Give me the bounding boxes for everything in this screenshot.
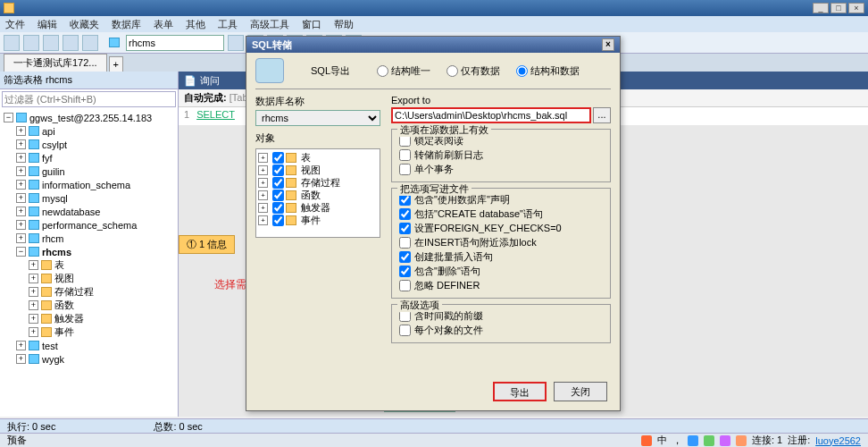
db-tree[interactable]: −ggws_test@223.255.14.183 +api+csylpt+fy… [0,109,178,417]
tree-sub[interactable]: 视图 [54,272,74,285]
tree-db[interactable]: test [42,341,58,351]
obj-label[interactable]: 表 [301,151,311,164]
expander-icon[interactable]: + [29,260,38,270]
expander-icon[interactable]: + [258,165,268,175]
tree-db[interactable]: guilin [42,166,65,177]
expander-icon[interactable]: + [16,153,26,163]
opt-check[interactable] [399,223,411,234]
db-select[interactable]: rhcms [255,110,380,126]
menu-fav[interactable]: 收藏夹 [70,18,99,31]
opt-check[interactable] [399,237,411,249]
tree-db[interactable]: mysql [42,193,68,204]
expander-icon[interactable]: + [258,178,268,188]
tree-sub[interactable]: 事件 [54,325,74,339]
tree-db[interactable]: api [42,126,55,137]
expander-icon[interactable]: + [16,193,26,203]
tree-root[interactable]: ggws_test@223.255.14.183 [29,113,152,123]
tool-run-icon[interactable] [63,35,79,51]
export-path-input[interactable] [391,107,591,123]
opt-check[interactable] [399,325,411,336]
expander-icon[interactable]: + [16,166,26,176]
expander-icon[interactable]: + [16,139,26,149]
expander-icon[interactable]: + [258,153,268,163]
menu-tools[interactable]: 工具 [218,18,238,31]
tree-sub[interactable]: 函数 [54,299,74,312]
expander-icon[interactable]: + [16,126,26,136]
obj-check[interactable] [272,215,284,226]
expander-icon[interactable]: + [258,215,268,225]
tree-db-current[interactable]: rhcms [42,247,71,257]
tree-sub[interactable]: 表 [54,258,64,272]
menu-window[interactable]: 窗口 [302,18,321,31]
obj-label[interactable]: 触发器 [301,201,330,215]
expander-icon[interactable]: + [16,341,26,350]
tab-add[interactable]: + [109,56,123,72]
opt-check[interactable] [399,266,411,277]
obj-check[interactable] [272,202,284,214]
obj-check[interactable] [272,164,284,176]
expander-icon[interactable]: + [29,300,38,310]
address-input[interactable] [126,35,224,51]
expander-icon[interactable]: + [16,354,26,364]
expander-icon[interactable]: + [16,207,26,216]
obj-check[interactable] [272,177,284,189]
expander-icon[interactable]: + [29,314,38,324]
expander-icon[interactable]: + [29,274,38,283]
tool-open-icon[interactable] [23,35,39,51]
tree-sub[interactable]: 触发器 [54,312,84,325]
expander-icon[interactable]: + [16,180,26,190]
menu-edit[interactable]: 编辑 [38,18,57,31]
opt-check[interactable] [399,149,411,161]
expander-icon[interactable]: + [16,220,26,230]
tree-db[interactable]: wygk [42,354,64,365]
obj-label[interactable]: 函数 [301,189,321,202]
menu-form[interactable]: 表单 [154,18,173,31]
opt-check[interactable] [399,251,411,263]
expander-icon[interactable]: + [258,203,268,213]
opt-check[interactable] [399,164,411,175]
expander-icon[interactable]: + [258,190,268,200]
status-user[interactable]: luoye2562 [815,435,861,446]
tool-refresh-icon[interactable] [82,35,98,51]
browse-button[interactable]: ... [593,107,611,123]
obj-label[interactable]: 视图 [301,164,321,177]
radio-struct-only[interactable]: 结构唯一 [377,64,430,78]
export-button[interactable]: 导出 [493,382,547,401]
menu-file[interactable]: 文件 [5,18,25,31]
dialog-titlebar[interactable]: SQL转储 × [246,37,620,53]
expander-icon[interactable]: + [29,327,38,337]
tree-db[interactable]: performance_schema [42,220,137,231]
obj-check[interactable] [272,152,284,164]
tree-sub[interactable]: 存储过程 [54,285,94,299]
obj-check[interactable] [272,190,284,201]
radio-data-only[interactable]: 仅有数据 [447,64,500,78]
object-tree[interactable]: +表+视图+存储过程+函数+触发器+事件 [255,148,380,238]
obj-label[interactable]: 存储过程 [301,176,340,190]
tab-main[interactable]: 一卡通测试库172... [4,54,107,72]
tree-db[interactable]: fyf [42,153,53,164]
close-button[interactable]: × [848,3,864,13]
filter-input[interactable] [3,92,175,106]
tree-db[interactable]: csylpt [42,139,67,150]
maximize-button[interactable]: □ [830,3,847,13]
close-button[interactable]: 关闭 [554,382,607,401]
tree-db[interactable]: newdatabase [42,207,100,217]
dialog-tab[interactable]: SQL导出 [311,64,350,78]
menu-adv[interactable]: 高级工具 [250,18,289,31]
radio-struct-data[interactable]: 结构和数据 [516,64,580,78]
expander-icon[interactable]: − [4,113,13,122]
tool-new-icon[interactable] [4,35,20,51]
minimize-button[interactable]: _ [813,3,829,13]
tool-a-icon[interactable] [228,35,244,51]
tool-save-icon[interactable] [43,35,59,51]
opt-check[interactable] [399,208,411,220]
obj-label[interactable]: 事件 [301,214,321,227]
menu-db[interactable]: 数据库 [112,18,141,31]
opt-check[interactable] [399,280,411,291]
tree-db[interactable]: information_schema [42,180,130,190]
menu-help[interactable]: 帮助 [334,18,354,31]
expander-icon[interactable]: + [29,287,38,297]
tree-db[interactable]: rhcm [42,233,63,244]
dialog-close-icon[interactable]: × [602,38,614,51]
expander-icon[interactable]: − [16,247,26,257]
